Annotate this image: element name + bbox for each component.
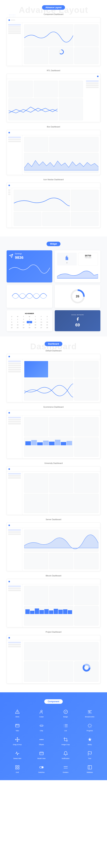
svg-point-13 — [40, 739, 41, 740]
dashboard-title: Default Dashboard — [3, 350, 104, 352]
gauge-value: 26 — [76, 294, 79, 298]
ellipsis-icon — [39, 737, 44, 742]
dashboard-title: Ecommerce Dashboard — [3, 406, 104, 408]
sidebar-icon — [87, 765, 92, 770]
component-dashboard-preview — [7, 18, 100, 66]
component-item-avatar: Avatar — [31, 709, 52, 718]
widget-label: Widget — [47, 242, 60, 246]
component-name: Grid — [7, 772, 28, 773]
box-dashboard-preview — [7, 130, 100, 175]
component-name: Drag & Drop — [7, 744, 28, 745]
avatar-icon — [39, 709, 44, 715]
dashboard-title: Icon Navbar Dashboard — [3, 179, 104, 181]
component-name: Sidebars — [79, 772, 100, 773]
component-item-switch: Switches — [31, 765, 52, 773]
earnings-widget: Earnings 9836 — [7, 250, 52, 282]
icon-navbar-dashboard-preview — [7, 183, 100, 228]
component-item-notif: Notification — [55, 751, 76, 759]
sales-label: Total sales — [80, 257, 97, 258]
progress-icon — [87, 723, 92, 728]
component-item-chip: Chip — [31, 723, 52, 732]
component-name: Chip — [31, 730, 52, 732]
tour-icon — [87, 751, 92, 756]
component-item-badge: Badge — [55, 709, 76, 718]
rtl-dashboard-preview — [7, 73, 100, 122]
divider-icon — [63, 765, 69, 770]
facebook-icon — [76, 317, 80, 321]
svg-point-15 — [43, 739, 43, 740]
component-name: Dividers — [55, 772, 76, 773]
component-name: Badge — [55, 716, 76, 718]
sweet-icon — [15, 751, 20, 756]
component-name: Alerts — [7, 716, 28, 718]
svg-rect-23 — [88, 766, 91, 769]
social-widget: SOCIAL NETWORK 69 — [55, 310, 100, 331]
component-item-sweet: Sweet Alert — [7, 751, 28, 759]
component-section: Component Component AlertsAvatarBadgeBre… — [0, 692, 107, 780]
component-item-breadcrumb: Breadcrumbs — [79, 709, 100, 718]
dashboard-title: Component Dashboard — [3, 13, 104, 15]
svg-rect-17 — [16, 766, 17, 767]
drag-icon — [15, 737, 20, 742]
component-item-model: Model View — [31, 751, 52, 759]
earnings-label: Earnings — [9, 253, 50, 255]
component-name: Ellipsis — [31, 744, 52, 745]
grid-icon — [15, 765, 20, 770]
ecommerce-dashboard-preview — [7, 410, 100, 459]
component-name: Model View — [31, 757, 52, 759]
svg-rect-4 — [68, 257, 68, 260]
svg-rect-19 — [16, 768, 17, 769]
notif-icon — [63, 751, 69, 756]
dashboard-title: Project Dashboard — [3, 631, 104, 633]
calendar-widget: NOVEMBER SMTWTFS 1234567 891011121314 15… — [7, 310, 52, 331]
bitcoin-dashboard-preview — [7, 579, 100, 627]
dashboard-label: Dashboard — [45, 342, 62, 346]
tabs-icon — [15, 723, 20, 728]
default-dashboard-preview — [7, 354, 100, 402]
component-name: Image Crop — [55, 744, 76, 745]
project-dashboard-preview — [7, 635, 100, 684]
svg-rect-11 — [16, 724, 19, 727]
component-item-drag: Drag & Drop — [7, 737, 28, 745]
sales-value: $9759 — [80, 254, 97, 257]
component-name: Tabs — [7, 730, 28, 732]
wave-chart-widget — [7, 285, 52, 308]
calendar-grid: SMTWTFS 1234567 891011121314 15161718192… — [9, 315, 50, 329]
dashboard-title: Box Dashboard — [3, 126, 104, 128]
switch-icon — [39, 765, 44, 770]
component-item-progress: Progress — [79, 723, 100, 732]
sales-widget: ·· $9759Total sales — [55, 250, 100, 282]
component-item-divider: Dividers — [55, 765, 76, 773]
component-name: Tour — [79, 757, 100, 759]
component-item-ellipsis: Ellipsis — [31, 737, 52, 745]
list-icon — [63, 723, 69, 728]
svg-rect-18 — [18, 766, 19, 767]
earnings-chart — [9, 261, 50, 274]
component-name: Breadcrumbs — [79, 716, 100, 718]
component-name: List — [55, 730, 76, 732]
svg-rect-12 — [40, 725, 43, 726]
component-item-crop: Image Crop — [55, 737, 76, 745]
alert-icon — [15, 709, 20, 715]
component-name: Notification — [55, 757, 76, 759]
component-item-sticky: Sticky — [79, 737, 100, 745]
social-label: SOCIAL NETWORK — [71, 314, 84, 316]
dashboard-title: University Dashboard — [3, 462, 104, 464]
wave-chart — [9, 287, 50, 305]
svg-rect-20 — [18, 768, 19, 769]
gauge-widget: 26 — [55, 285, 100, 308]
dashboard-title: Server Dashboard — [3, 518, 104, 521]
component-name: Switches — [31, 772, 52, 773]
component-item-tour: Tour — [79, 751, 100, 759]
component-name: Sweet Alert — [7, 757, 28, 759]
advance-layout-section: Advance Layout Advance Layout Component … — [0, 0, 107, 237]
dashboard-section: Dashboard Dashboard Default Dashboard Ec… — [0, 336, 107, 692]
component-item-grid: Grid — [7, 765, 28, 773]
svg-point-9 — [41, 710, 42, 712]
component-item-sidebar: Sidebars — [79, 765, 100, 773]
server-dashboard-preview — [7, 523, 100, 571]
component-item-list: List — [55, 723, 76, 732]
component-item-tabs: Tabs — [7, 723, 28, 732]
advance-layout-label: Advance Layout — [42, 5, 65, 10]
calendar-month: NOVEMBER — [9, 313, 50, 314]
